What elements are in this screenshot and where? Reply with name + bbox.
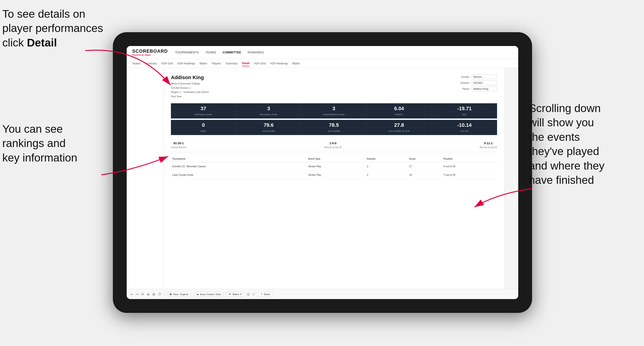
col-rounds: Rounds (366, 156, 408, 162)
stat-avg-score: 79.6 Avg Score (236, 120, 301, 135)
col-position: Position (442, 156, 497, 162)
stat-avg-sg: -10.14 Avg SG (432, 120, 497, 135)
player-name: Addison King (171, 75, 209, 81)
player-select[interactable]: Addison King (472, 86, 497, 91)
record-overall-value: 91-20-1 (171, 142, 186, 145)
subnav-h2h-grid[interactable]: H2H Grid (162, 61, 173, 66)
share-label: Share (264, 293, 270, 296)
record-top25: 1-5-0 Record vs top 25 (324, 142, 342, 149)
subnav-teams[interactable]: Teams (132, 61, 140, 66)
division-select[interactable]: NJCAA I (472, 81, 497, 85)
stat-sos-value: -19.71 (434, 106, 495, 112)
player-year: First Year (171, 94, 209, 99)
logo-area: SCOREBOARD Powered by clippd (132, 48, 168, 56)
right-panel (504, 68, 518, 289)
save-custom-view-button[interactable]: ☁ Save Custom View (194, 292, 224, 297)
annotation-bottom-left-text: You can seerankings andkey information (2, 123, 77, 164)
view-original-button[interactable]: ◉ View: Original (167, 292, 191, 297)
player-row: Player Addison King (457, 86, 497, 91)
stat-national-rank-label: National Rank (195, 113, 212, 116)
settings-icon[interactable]: ⊞ (152, 292, 155, 296)
stat-wins-value: 0 (173, 122, 234, 128)
player-info: Addison King Mesa Community College NJCA… (171, 75, 209, 99)
record-top50-label: Record vs top 50 (480, 146, 497, 149)
nav-tournaments[interactable]: TOURNAMENTS (175, 50, 199, 55)
tournament-name-2: Lady Coyote Invite (171, 171, 307, 179)
subnav-players[interactable]: Players (212, 61, 221, 66)
division-row: Division NJCAA I (457, 81, 497, 85)
view-original-label: View: Original (173, 293, 188, 296)
stat-adj-score-value: 78.5 (303, 122, 364, 128)
share-icon: ⇧ (260, 293, 262, 296)
subnav-summary[interactable]: Summary (145, 61, 156, 66)
position-1: 4 out of 20 (442, 162, 497, 171)
stat-conference-rank-value: 3 (303, 106, 364, 112)
monitor-icon[interactable]: ⊡ (247, 292, 250, 296)
subnav-summary2[interactable]: Summary (226, 61, 237, 66)
event-type-2: Stroke Play (307, 171, 366, 179)
refresh-icon[interactable]: ⟳ (142, 292, 144, 296)
stat-national-rank: 37 National Rank (171, 103, 236, 119)
view-icon: ◉ (170, 293, 172, 296)
share-button[interactable]: ⇧ Share (258, 292, 273, 297)
stat-adj-score-label: Adj Score (328, 130, 340, 132)
subnav-h2h-heatmap[interactable]: H2H Heatmap (178, 61, 195, 66)
stat-avg-score-value: 79.6 (238, 122, 299, 128)
expand-icon[interactable]: ⤢ (252, 292, 255, 296)
score-2: 16 (408, 171, 442, 179)
player-school: Mesa Community College (171, 81, 209, 86)
division-label: Division (457, 81, 470, 84)
subnav-matrix2[interactable]: Matrix (292, 61, 300, 66)
bottom-toolbar: ↩ ↪ ⟳ ⊕ ⊞ ⏱ ◉ View: Original ☁ Save Cust… (127, 289, 518, 299)
nav-committee[interactable]: COMMITTEE (222, 50, 241, 55)
brand-name: clippd (144, 54, 151, 56)
tournament-table: Tournament Event Type Rounds Score Posit… (171, 156, 497, 179)
undo-icon[interactable]: ↩ (130, 292, 133, 296)
annotation-detail-bold: Detail (27, 37, 57, 49)
annotation-right-text: Scrolling downwill show youthe eventsthe… (529, 102, 604, 186)
record-top25-label: Record vs top 25 (324, 146, 342, 149)
redo-icon[interactable]: ↪ (136, 292, 139, 296)
nav-teams[interactable]: TEAMS (206, 50, 216, 55)
stat-regional-rank-value: 3 (238, 106, 299, 112)
subnav-h2h-heatmap2[interactable]: H2H Heatmap (270, 61, 288, 66)
subnav-matrix[interactable]: Matrix (200, 61, 207, 66)
subnav-h2h-grid2[interactable]: H2H Grid (254, 61, 266, 66)
annotation-right: Scrolling downwill show youthe eventsthe… (529, 101, 640, 187)
powered-by-text: Powered by (132, 54, 144, 56)
stat-conference-rank: 3 Conference Rank (301, 103, 366, 119)
gender-row: Gender Women (457, 75, 497, 79)
record-top50: 5-11-1 Record vs top 50 (480, 142, 497, 149)
table-row: Lady Coyote Invite Stroke Play 2 16 7 ou… (171, 171, 497, 179)
stat-conference-rank-label: Conference Rank (323, 113, 345, 116)
stat-sos: -19.71 SoS (432, 103, 497, 119)
table-row: Estrella CC- Mountain Classic Stroke Pla… (171, 162, 497, 171)
left-panel (127, 68, 164, 289)
record-top50-value: 5-11-1 (480, 142, 497, 145)
clock-icon[interactable]: ⏱ (158, 292, 161, 296)
main-nav-items: TOURNAMENTS TEAMS COMMITTEE RANKINGS (175, 50, 264, 55)
stat-wins: 0 Wins (171, 120, 236, 135)
tournament-name-1: Estrella CC- Mountain Classic (171, 162, 307, 171)
stats-grid-row2: 0 Wins 79.6 Avg Score 78.5 Adj Score 27.… (171, 120, 497, 135)
watch-button[interactable]: 👁 Watch ▾ (226, 292, 244, 297)
annotation-top-left-text: To see details on player performances cl… (2, 8, 103, 49)
subnav-detail[interactable]: Detail (242, 61, 250, 66)
score-1: 17 (408, 162, 442, 171)
stat-regional-rank-label: Regional Rank (260, 113, 278, 116)
stat-sos-label: SoS (462, 113, 467, 116)
stat-points-value: 6.04 (368, 106, 430, 112)
nav-rankings[interactable]: RANKINGS (248, 50, 264, 55)
player-selects: Gender Women Division NJCAA I (457, 75, 497, 99)
stat-avg-sg-label: Avg SG (460, 130, 469, 132)
zoom-in-icon[interactable]: ⊕ (147, 292, 150, 296)
position-2: 7 out of 20 (442, 171, 497, 179)
stats-grid-row1: 37 National Rank 3 Regional Rank 3 Confe… (171, 103, 497, 119)
tablet-screen: SCOREBOARD Powered by clippd TOURNAMENTS… (127, 46, 518, 299)
tablet-device: SCOREBOARD Powered by clippd TOURNAMENTS… (113, 32, 532, 313)
col-score: Score (408, 156, 442, 162)
col-event-type: Event Type (307, 156, 366, 162)
watch-chevron-icon: ▾ (240, 293, 242, 296)
gender-select[interactable]: Women (472, 75, 497, 79)
player-region: Region 1 - Southwest (18) District (171, 90, 209, 94)
